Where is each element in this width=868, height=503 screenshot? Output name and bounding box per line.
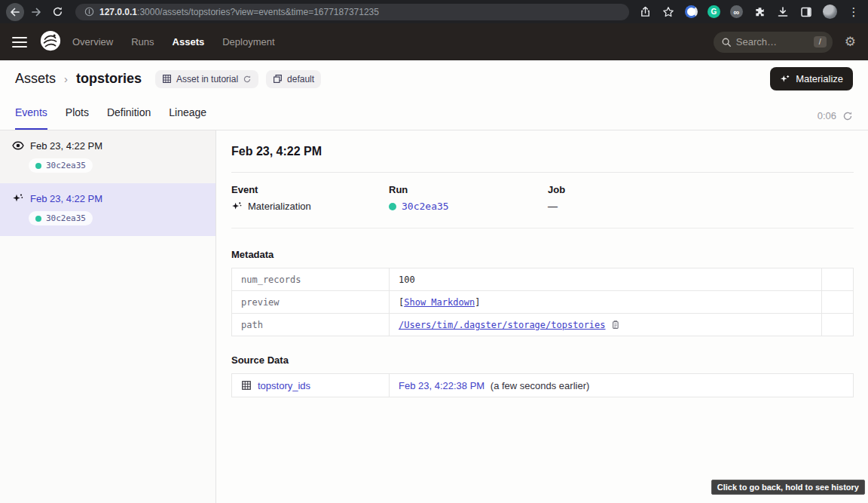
browser-menu-icon[interactable]: ⋮ <box>847 5 860 19</box>
source-event-time-link[interactable]: Feb 23, 4:22:38 PM <box>399 380 484 391</box>
metadata-key: path <box>232 314 390 336</box>
run-column: Run 30c2ea35 <box>389 184 548 212</box>
event-label: Event <box>231 184 389 195</box>
browser-toolbar: 127.0.0.1:3000/assets/topstories?view=ev… <box>0 0 868 23</box>
nav-item-overview[interactable]: Overview <box>72 36 113 48</box>
materialization-sparkle-icon <box>231 201 243 212</box>
job-label: Job <box>548 184 854 195</box>
extension-icon[interactable] <box>685 5 698 18</box>
metadata-extra-cell <box>822 314 854 336</box>
extension-glasses-icon[interactable]: ∞ <box>730 5 743 18</box>
metadata-section-label: Metadata <box>231 249 854 260</box>
event-detail-title: Feb 23, 4:22 PM <box>231 130 854 173</box>
metadata-extra-cell <box>822 268 854 291</box>
path-link[interactable]: /Users/tim/.dagster/storage/topstories <box>399 320 606 330</box>
metadata-table: num_records 100 preview [Show Markdown] … <box>231 268 854 336</box>
downloads-icon[interactable] <box>776 5 790 19</box>
source-data-section-label: Source Data <box>231 354 854 366</box>
table-row: topstory_ids Feb 23, 4:22:38 PM (a few s… <box>232 374 854 397</box>
search-shortcut-key: / <box>814 36 827 48</box>
table-row: num_records 100 <box>232 268 854 291</box>
breadcrumb-separator: › <box>63 72 69 85</box>
materialize-sparkle-icon <box>780 74 790 84</box>
browser-back-button[interactable] <box>6 3 24 21</box>
tab-plots[interactable]: Plots <box>66 106 89 130</box>
metadata-key: preview <box>232 291 390 314</box>
arrow-right-icon <box>30 6 42 18</box>
table-row: preview [Show Markdown] <box>232 291 854 314</box>
asset-tabs: Events Plots Definition Lineage 0:06 <box>0 97 868 130</box>
grammarly-extension-icon[interactable]: G <box>708 5 720 18</box>
group-copy-icon <box>273 74 283 84</box>
source-asset-link[interactable]: topstory_ids <box>258 380 310 391</box>
refresh-icon[interactable] <box>842 111 853 121</box>
asset-group-icon <box>162 74 172 84</box>
extensions-puzzle-icon[interactable] <box>753 5 766 19</box>
dagster-logo[interactable] <box>27 29 72 55</box>
bookmark-star-icon[interactable] <box>662 5 675 19</box>
app-navbar: Overview Runs Assets Deployment / ⚙ <box>0 23 868 60</box>
breadcrumb-asset-name: topstories <box>76 71 142 87</box>
metadata-value: 100 <box>390 268 822 291</box>
run-status-dot <box>389 203 396 210</box>
event-column: Event Materialization <box>231 184 389 212</box>
reload-icon <box>52 6 63 17</box>
nav-item-assets[interactable]: Assets <box>173 36 205 48</box>
repo-badge[interactable]: Asset in tutorial <box>155 70 258 88</box>
run-status-dot <box>35 163 41 169</box>
tab-lineage[interactable]: Lineage <box>169 106 206 130</box>
event-detail-panel: Feb 23, 4:22 PM Event Materialization Ru… <box>216 130 868 503</box>
global-search[interactable]: / <box>714 32 833 53</box>
job-value: — <box>548 201 558 212</box>
event-timestamp: Feb 23, 4:22 PM <box>30 140 102 152</box>
url-text: 127.0.0.1:3000/assets/topstories?view=ev… <box>99 7 379 17</box>
metadata-extra-cell <box>822 291 854 314</box>
asset-table-icon <box>241 380 252 391</box>
tab-definition[interactable]: Definition <box>107 106 151 130</box>
nav-item-deployment[interactable]: Deployment <box>222 36 274 48</box>
materialization-sparkle-icon <box>12 192 24 204</box>
share-icon[interactable] <box>638 5 652 19</box>
run-label: Run <box>389 184 548 195</box>
observation-eye-icon <box>12 140 24 152</box>
event-type-value: Materialization <box>248 201 311 212</box>
event-run-job-section: Event Materialization Run 30c2ea35 Job — <box>231 173 854 228</box>
browser-forward-button[interactable] <box>27 3 45 21</box>
breadcrumb-assets[interactable]: Assets <box>15 71 56 87</box>
metadata-value: /Users/tim/.dagster/storage/topstories <box>390 314 822 336</box>
tab-events[interactable]: Events <box>15 106 47 130</box>
address-bar[interactable]: 127.0.0.1:3000/assets/topstories?view=ev… <box>75 4 629 20</box>
browser-reload-button[interactable] <box>48 3 66 21</box>
source-event-note: (a few seconds earlier) <box>491 380 590 391</box>
event-list-item-observation[interactable]: Feb 23, 4:22 PM 30c2ea35 <box>0 130 215 183</box>
run-id-link[interactable]: 30c2ea35 <box>402 201 449 212</box>
event-list-item-materialization[interactable]: Feb 23, 4:22 PM 30c2ea35 <box>0 183 215 236</box>
table-row: path /Users/tim/.dagster/storage/topstor… <box>232 314 854 336</box>
source-data-table: topstory_ids Feb 23, 4:22:38 PM (a few s… <box>231 373 854 397</box>
event-list-sidebar: Feb 23, 4:22 PM 30c2ea35 Feb 23, 4:22 PM… <box>0 130 216 503</box>
metadata-value: [Show Markdown] <box>390 291 822 314</box>
profile-avatar[interactable] <box>823 5 837 19</box>
site-info-icon[interactable] <box>84 7 94 17</box>
run-status-dot <box>35 216 41 222</box>
settings-gear-icon[interactable]: ⚙ <box>845 35 856 48</box>
side-panel-icon[interactable] <box>799 5 813 19</box>
materialize-button[interactable]: Materialize <box>770 67 853 90</box>
arrow-left-icon <box>9 6 21 18</box>
run-id-pill[interactable]: 30c2ea35 <box>29 211 93 225</box>
show-markdown-link[interactable]: Show Markdown <box>404 297 475 308</box>
metadata-key: num_records <box>232 268 390 291</box>
job-column: Job — <box>548 184 854 212</box>
group-badge[interactable]: default <box>266 70 321 88</box>
hamburger-menu-icon[interactable] <box>12 37 27 48</box>
event-timestamp: Feb 23, 4:22 PM <box>30 193 102 204</box>
back-button-tooltip: Click to go back, hold to see history <box>711 480 865 495</box>
run-id-pill[interactable]: 30c2ea35 <box>29 158 93 173</box>
badge-reload-icon[interactable] <box>243 75 252 84</box>
asset-page-header: Assets › topstories Asset in tutorial de… <box>0 60 868 130</box>
nav-item-runs[interactable]: Runs <box>131 36 154 48</box>
search-input[interactable] <box>736 36 809 48</box>
search-icon <box>721 37 732 48</box>
refresh-countdown: 0:06 <box>818 110 836 121</box>
copy-to-clipboard-icon[interactable] <box>610 320 620 330</box>
